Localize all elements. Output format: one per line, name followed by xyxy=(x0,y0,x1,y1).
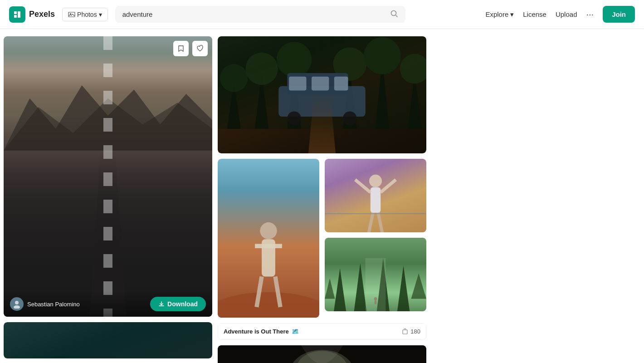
svg-rect-3 xyxy=(14,15,17,18)
hiker-avatar xyxy=(224,299,238,312)
explore-chevron: ▾ xyxy=(510,10,514,19)
photographer-name: Sebastian Palomino xyxy=(27,301,80,308)
photo-grid: Sebastian Palomino Download xyxy=(0,29,644,363)
search-icon[interactable] xyxy=(390,10,398,20)
svg-line-54 xyxy=(378,213,383,232)
photo-card-hiker[interactable] xyxy=(218,159,319,318)
collection-label: Adventure is Out There 🗺️ 180 xyxy=(218,323,426,340)
svg-point-38 xyxy=(343,111,357,125)
svg-rect-50 xyxy=(371,187,381,213)
svg-line-53 xyxy=(368,213,373,232)
photo-card-cave[interactable]: Download xyxy=(218,345,426,363)
bookmark-button[interactable] xyxy=(173,41,189,56)
svg-point-37 xyxy=(287,111,301,125)
svg-line-52 xyxy=(381,180,396,192)
svg-rect-1 xyxy=(14,11,17,14)
beach-figure xyxy=(350,173,401,232)
collection-title: Adventure is Out There xyxy=(224,328,289,335)
collection-count-number: 180 xyxy=(410,328,420,335)
card-top-actions xyxy=(173,41,208,56)
collection-emoji: 🗺️ xyxy=(292,328,299,335)
logo-icon xyxy=(9,6,25,23)
svg-rect-41 xyxy=(334,77,348,91)
search-input[interactable] xyxy=(122,6,390,23)
nav-explore[interactable]: Explore ▾ xyxy=(485,10,514,19)
small-grid-1 xyxy=(218,159,426,318)
svg-point-49 xyxy=(369,175,382,187)
svg-rect-0 xyxy=(12,10,22,20)
jeep-photographer xyxy=(224,134,238,147)
svg-point-10 xyxy=(14,305,20,309)
logo-text: Pexels xyxy=(29,10,55,19)
svg-point-6 xyxy=(391,10,396,15)
jeep-download[interactable]: Download xyxy=(364,133,420,148)
svg-point-24 xyxy=(220,64,248,92)
beach-photographer xyxy=(331,299,345,312)
nav-more[interactable]: ··· xyxy=(586,9,594,20)
beach-avatar xyxy=(331,299,345,312)
photographer-info: Sebastian Palomino xyxy=(10,297,80,311)
photo-card-jeep[interactable]: Download xyxy=(218,36,426,153)
svg-rect-39 xyxy=(289,77,306,91)
svg-rect-64 xyxy=(403,330,407,334)
photographer-avatar xyxy=(10,297,24,311)
search-bar xyxy=(115,6,405,23)
svg-rect-40 xyxy=(312,77,329,91)
mountain-silhouette xyxy=(4,64,212,151)
svg-rect-2 xyxy=(18,11,20,18)
like-button[interactable] xyxy=(192,41,208,56)
beach-girl-photo xyxy=(325,159,426,232)
photo-card-road[interactable]: Sebastian Palomino Download xyxy=(4,36,212,317)
svg-rect-4 xyxy=(68,12,75,17)
nav-upload[interactable]: Upload xyxy=(556,10,577,18)
road-photo xyxy=(4,36,212,317)
header: Pexels Photos ▾ Explore ▾ License Upload… xyxy=(0,0,644,29)
collection-card[interactable]: Adventure is Out There 🗺️ 180 xyxy=(218,323,426,340)
logo-link[interactable]: Pexels xyxy=(9,6,55,23)
join-button[interactable]: Join xyxy=(603,6,635,23)
bookmark-icon xyxy=(177,45,185,52)
svg-point-5 xyxy=(70,13,71,15)
nav-license[interactable]: License xyxy=(523,10,546,18)
heart-icon xyxy=(196,45,204,52)
photo-card-beach-girl[interactable] xyxy=(325,159,426,318)
svg-point-44 xyxy=(260,222,277,239)
svg-line-51 xyxy=(355,180,371,192)
download-button[interactable]: Download xyxy=(150,297,206,311)
teal-photo xyxy=(4,322,212,358)
avatar-icon xyxy=(12,299,21,309)
cave-photo xyxy=(218,345,426,363)
photos-label: Photos xyxy=(77,11,97,18)
download-icon xyxy=(158,301,165,307)
svg-point-9 xyxy=(15,301,19,304)
jeep-download-icon xyxy=(372,137,379,144)
card-overlay: Sebastian Palomino Download xyxy=(4,291,212,317)
photo-card-teal[interactable] xyxy=(4,322,212,358)
photo-icon xyxy=(68,11,75,18)
cave-shape xyxy=(218,345,426,363)
header-nav: Explore ▾ License Upload ··· Join xyxy=(485,6,635,23)
collection-count-icon xyxy=(402,329,409,335)
collection-count-area: 180 xyxy=(402,328,420,335)
hiker-photographer xyxy=(224,299,238,312)
jeep-avatar xyxy=(224,134,238,147)
photos-dropdown[interactable]: Photos ▾ xyxy=(62,8,108,21)
photos-chevron: ▾ xyxy=(99,11,102,18)
